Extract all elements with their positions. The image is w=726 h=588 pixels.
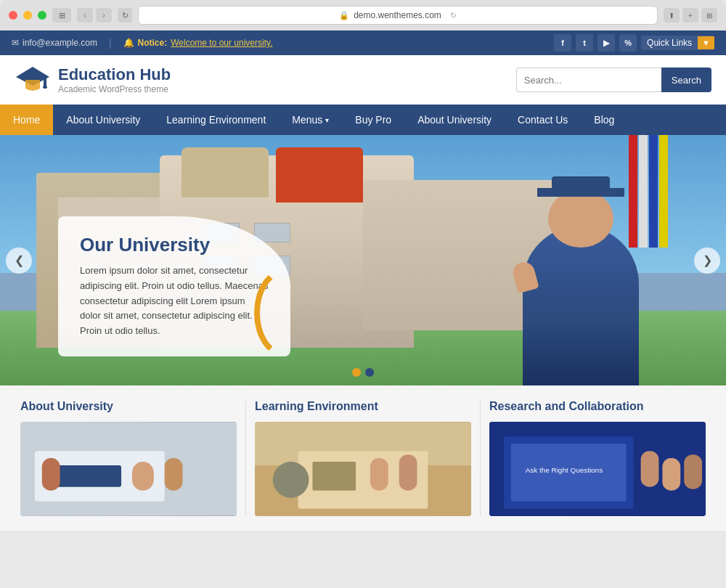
- youtube-btn[interactable]: ▶: [597, 34, 615, 52]
- quick-links-label: Quick Links: [641, 36, 698, 50]
- building-roof-red: [276, 147, 363, 203]
- site-title: Education Hub: [58, 65, 171, 84]
- share-btn[interactable]: ⬆: [664, 8, 680, 23]
- email-info: ✉ info@example.com: [12, 38, 97, 48]
- hero-text: Lorem ipsum dolor sit amet, consectetur …: [80, 264, 269, 339]
- svg-rect-7: [165, 458, 183, 491]
- new-tab-btn[interactable]: +: [682, 8, 698, 23]
- minimize-dot[interactable]: [23, 11, 32, 20]
- twitter-btn[interactable]: t: [576, 34, 593, 52]
- share-social-btn[interactable]: %: [619, 34, 637, 52]
- hero-dot-2[interactable]: [365, 368, 374, 377]
- logo-text: Education Hub Academic WordPress theme: [58, 65, 171, 94]
- svg-text:Ask the Right Questions: Ask the Right Questions: [526, 466, 603, 474]
- search-area: Search: [516, 68, 711, 92]
- card-2-title: Learning Environment: [255, 400, 471, 413]
- card-1-title: About University: [20, 400, 237, 413]
- notice-link[interactable]: Welcome to our university.: [171, 38, 272, 48]
- card-research-collaboration: Research and Collaboration Ask the Right…: [481, 400, 714, 516]
- main-nav: Home About University Learning Environme…: [0, 105, 726, 135]
- logo-icon: [15, 65, 51, 94]
- svg-rect-14: [399, 454, 417, 491]
- lock-icon: 🔒: [339, 11, 349, 20]
- cards-section: About University Learning Environment: [0, 385, 726, 531]
- separator: |: [109, 37, 112, 49]
- website: ✉ info@example.com | 🔔 Notice: Welcome t…: [0, 30, 726, 531]
- site-subtitle: Academic WordPress theme: [58, 84, 171, 94]
- svg-point-15: [273, 462, 309, 498]
- site-header: Education Hub Academic WordPress theme S…: [0, 55, 726, 105]
- graduate-figure: [508, 175, 653, 385]
- top-bar-left: ✉ info@example.com | 🔔 Notice: Welcome t…: [12, 37, 272, 49]
- nav-about-university[interactable]: About University: [53, 105, 153, 135]
- quick-links-arrow-icon[interactable]: ▼: [698, 36, 714, 49]
- nav-buy-pro[interactable]: Buy Pro: [342, 105, 404, 135]
- back-btn[interactable]: ‹: [77, 8, 93, 23]
- card-3-image: Ask the Right Questions: [489, 422, 706, 516]
- svg-rect-22: [684, 454, 702, 489]
- tabs-btn[interactable]: ⊞: [701, 8, 717, 23]
- svg-point-2: [43, 86, 47, 89]
- svg-rect-1: [44, 77, 46, 87]
- hero-next-btn[interactable]: ❯: [694, 248, 720, 274]
- building-roof-left: [182, 147, 269, 197]
- hero-slider: Our University Lorem ipsum dolor sit ame…: [0, 135, 726, 385]
- svg-rect-21: [662, 458, 680, 491]
- nav-learning-environment[interactable]: Learning Environment: [153, 105, 279, 135]
- search-button[interactable]: Search: [661, 68, 711, 92]
- url-text: demo.wenthemes.com: [354, 10, 441, 20]
- card-learning-environment: Learning Environment: [246, 400, 480, 516]
- menus-arrow-icon: ▾: [325, 116, 329, 124]
- flag-yellow: [659, 135, 668, 248]
- nav-about-university-2[interactable]: About University: [404, 105, 505, 135]
- mail-icon: ✉: [12, 38, 19, 48]
- card-3-title: Research and Collaboration: [489, 400, 706, 413]
- search-input[interactable]: [516, 68, 661, 92]
- svg-rect-8: [42, 458, 60, 491]
- svg-rect-6: [132, 462, 154, 491]
- window-btn[interactable]: ⊞: [52, 8, 71, 23]
- svg-rect-5: [49, 465, 121, 487]
- quick-links[interactable]: Quick Links ▼: [641, 36, 714, 50]
- maximize-dot[interactable]: [38, 11, 46, 20]
- top-bar: ✉ info@example.com | 🔔 Notice: Welcome t…: [0, 30, 726, 55]
- hero-title: Our University: [80, 234, 269, 256]
- nav-blog[interactable]: Blog: [581, 105, 627, 135]
- svg-rect-12: [312, 462, 356, 491]
- svg-rect-13: [370, 458, 388, 491]
- address-bar[interactable]: 🔒 demo.wenthemes.com ↻: [138, 6, 658, 25]
- top-bar-right: f t ▶ % Quick Links ▼: [554, 34, 714, 52]
- notice-label: Notice:: [138, 38, 168, 48]
- logo-area: Education Hub Academic WordPress theme: [15, 65, 171, 94]
- close-dot[interactable]: [9, 11, 17, 20]
- browser-chrome: ⊞ ‹ › ↻ 🔒 demo.wenthemes.com ↻ ⬆ + ⊞: [0, 0, 726, 30]
- hero-overlay: Our University Lorem ipsum dolor sit ame…: [58, 216, 290, 356]
- svg-rect-20: [641, 451, 659, 487]
- card-2-image: [255, 422, 471, 516]
- reload-icon: ↻: [450, 11, 457, 20]
- facebook-btn[interactable]: f: [554, 34, 571, 52]
- hero-dots: [352, 368, 374, 377]
- hero-dot-1[interactable]: [352, 368, 361, 377]
- nav-home[interactable]: Home: [0, 105, 53, 135]
- nav-menus[interactable]: Menus ▾: [279, 105, 342, 135]
- reload-btn[interactable]: ↻: [118, 8, 132, 23]
- forward-btn[interactable]: ›: [96, 8, 112, 23]
- notice-info: 🔔 Notice: Welcome to our university.: [123, 38, 273, 48]
- card-about-university: About University: [12, 400, 245, 516]
- email-text: info@example.com: [23, 38, 97, 48]
- hero-prev-btn[interactable]: ❮: [6, 248, 32, 274]
- nav-contact-us[interactable]: Contact Us: [505, 105, 581, 135]
- notice-icon: 🔔: [123, 38, 134, 48]
- card-1-image: [20, 422, 237, 516]
